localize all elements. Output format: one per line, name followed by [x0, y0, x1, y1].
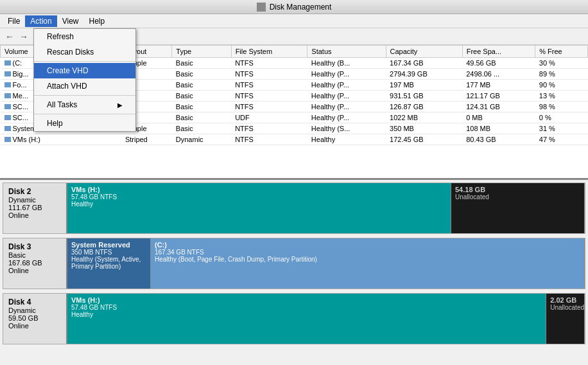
col-type: Type — [172, 46, 231, 58]
disk-icon — [4, 60, 11, 66]
disk-size: 59.50 GB — [8, 314, 61, 322]
cell-pctfree: 98 % — [535, 102, 588, 112]
partition-status: Healthy (System, Active, Primary Partiti… — [71, 256, 146, 270]
disk-view: Disk 2 Dynamic 111.67 GB OnlineVMs (H:) … — [0, 180, 588, 365]
col-pctfree: % Free — [535, 46, 588, 58]
forward-button[interactable]: → — [17, 30, 31, 44]
disk-partition[interactable]: (C:) 167.34 GB NTFS Healthy (Boot, Page … — [151, 238, 585, 289]
disk-partition[interactable]: VMs (H:) 57.48 GB NTFS Healthy — [67, 294, 546, 344]
title-bar-text: Disk Management — [270, 3, 332, 12]
disk-partition[interactable]: VMs (H:) 57.48 GB NTFS Healthy — [67, 183, 451, 233]
cell-fs: NTFS — [231, 123, 307, 134]
disk-partition[interactable]: System Reserved 350 MB NTFS Healthy (Sys… — [67, 238, 151, 289]
partition-size: 350 MB NTFS — [71, 249, 146, 256]
table-row[interactable]: VMs (H:) Striped Dynamic NTFS Healthy 17… — [1, 134, 588, 145]
menu-help[interactable]: Help — [84, 15, 110, 27]
cell-layout: Striped — [121, 134, 172, 145]
partition-size: Unallocated — [455, 193, 580, 200]
cell-type: Dynamic — [172, 134, 231, 145]
disk-status: Online — [8, 267, 61, 274]
disk-type: Dynamic — [8, 196, 61, 204]
disk-icon — [4, 126, 11, 131]
disk-icon — [4, 104, 11, 109]
cell-status: Healthy (S... — [307, 123, 386, 134]
disk-label: Disk 4 Dynamic 59.50 GB Online — [3, 294, 67, 344]
disk-type: Basic — [8, 251, 61, 259]
cell-type: Basic — [172, 69, 231, 80]
cell-free: 121.17 GB — [462, 91, 535, 102]
col-capacity: Capacity — [386, 46, 462, 58]
cell-fs: UDF — [231, 112, 307, 123]
cell-pctfree: 30 % — [535, 58, 588, 69]
cell-type: Basic — [172, 58, 231, 69]
title-bar: Disk Management — [0, 0, 588, 14]
cell-capacity: 931.51 GB — [386, 91, 462, 102]
cell-free: 80.43 GB — [462, 134, 535, 145]
partition-status: Healthy — [71, 311, 542, 318]
submenu-arrow-icon: ▶ — [117, 102, 123, 109]
menu-action[interactable]: Action — [25, 15, 56, 27]
cell-capacity: 172.45 GB — [386, 134, 462, 145]
disk-name: Disk 3 — [8, 242, 61, 251]
cell-status: Healthy (P... — [307, 102, 386, 112]
disk-partition[interactable]: 2.02 GB Unallocated — [546, 294, 585, 344]
dropdown-item-help[interactable]: Help — [34, 116, 135, 131]
partition-name: VMs (H:) — [71, 186, 447, 193]
disk-row: Disk 3 Basic 167.68 GB OnlineSystem Rese… — [3, 238, 585, 289]
partition-size: Unallocated — [550, 304, 580, 311]
dropdown-item-refresh[interactable]: Refresh — [34, 29, 135, 44]
dropdown-item-attach-vhd[interactable]: Attach VHD — [34, 78, 135, 94]
cell-pctfree: 90 % — [535, 80, 588, 91]
partition-status: Healthy (Boot, Page File, Crash Dump, Pr… — [155, 256, 580, 263]
partition-name: VMs (H:) — [71, 296, 542, 304]
cell-capacity: 197 MB — [386, 80, 462, 91]
cell-type: Basic — [172, 123, 231, 134]
cell-status: Healthy — [307, 134, 386, 145]
cell-fs: NTFS — [231, 134, 307, 145]
disk-partition[interactable]: 54.18 GB Unallocated — [451, 183, 585, 233]
dropdown-item-create-vhd[interactable]: Create VHD — [34, 63, 135, 78]
cell-free: 108 MB — [462, 123, 535, 134]
disk-icon — [4, 93, 11, 98]
menu-file[interactable]: File — [3, 15, 25, 27]
cell-pctfree: 89 % — [535, 69, 588, 80]
partition-size: 167.34 GB NTFS — [155, 249, 580, 256]
col-filesystem: File System — [231, 46, 307, 58]
disk-size: 167.68 GB — [8, 259, 61, 267]
dropdown-item-all-tasks[interactable]: All Tasks ▶ — [34, 97, 135, 112]
cell-fs: NTFS — [231, 58, 307, 69]
app-icon — [257, 3, 266, 12]
disk-icon — [4, 115, 11, 120]
cell-fs: NTFS — [231, 91, 307, 102]
cell-capacity: 2794.39 GB — [386, 69, 462, 80]
disk-partitions: VMs (H:) 57.48 GB NTFS Healthy2.02 GB Un… — [67, 294, 585, 344]
cell-capacity: 1022 MB — [386, 112, 462, 123]
disk-name: Disk 2 — [8, 187, 61, 196]
back-button[interactable]: ← — [3, 30, 17, 44]
cell-free: 2498.06 ... — [462, 69, 535, 80]
dropdown-item-rescan[interactable]: Rescan Disks — [34, 44, 135, 60]
cell-pctfree: 13 % — [535, 91, 588, 102]
dropdown-separator-2 — [34, 95, 135, 96]
disk-size: 111.67 GB — [8, 204, 61, 211]
disk-icon — [4, 82, 11, 87]
col-status: Status — [307, 46, 386, 58]
partition-status: Healthy — [71, 200, 447, 208]
cell-pctfree: 31 % — [535, 123, 588, 134]
cell-capacity: 126.87 GB — [386, 102, 462, 112]
menu-view[interactable]: View — [57, 15, 84, 27]
cell-status: Healthy (P... — [307, 80, 386, 91]
disk-icon — [4, 137, 11, 142]
menu-bar: File Action View Help Refresh Rescan Dis… — [0, 14, 588, 28]
dropdown-separator-1 — [34, 61, 135, 62]
cell-pctfree: 0 % — [535, 112, 588, 123]
cell-type: Basic — [172, 102, 231, 112]
partition-name: 54.18 GB — [455, 186, 580, 193]
disk-status: Online — [8, 211, 61, 219]
action-dropdown-menu: Refresh Rescan Disks Create VHD Attach V… — [33, 28, 136, 132]
partition-name: 2.02 GB — [550, 296, 580, 304]
cell-capacity: 167.34 GB — [386, 58, 462, 69]
cell-pctfree: 47 % — [535, 134, 588, 145]
disk-name: Disk 4 — [8, 298, 61, 307]
cell-free: 49.56 GB — [462, 58, 535, 69]
